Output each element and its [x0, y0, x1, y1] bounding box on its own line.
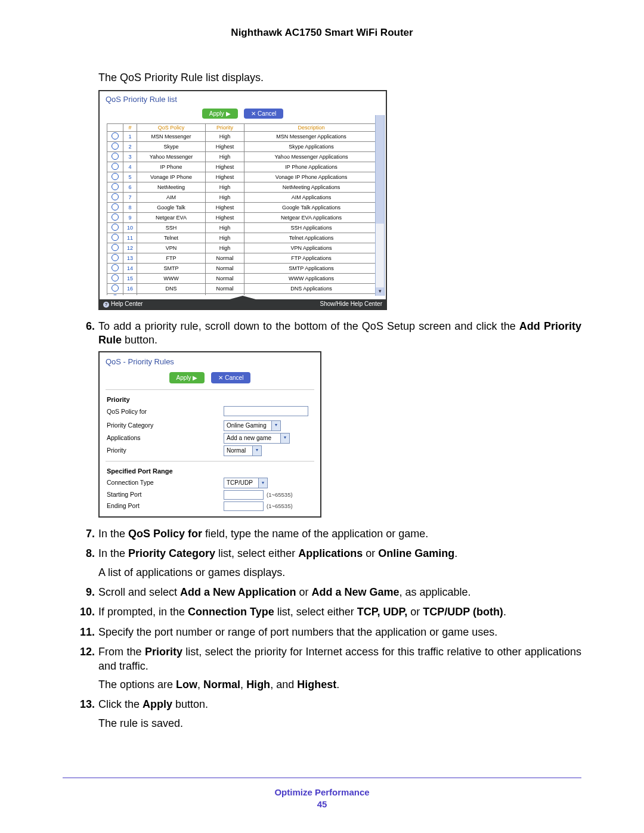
cell-num: 1	[123, 132, 137, 142]
connection-type-select[interactable]: TCP/UDP▾	[224, 478, 268, 488]
step-subtext: A list of applications or games displays…	[98, 566, 581, 580]
radio-icon[interactable]	[112, 132, 119, 140]
cell-num: 3	[123, 152, 137, 162]
radio-icon[interactable]	[112, 224, 119, 231]
cell-policy: SMTP	[137, 264, 206, 274]
qos-policy-input[interactable]	[224, 406, 308, 416]
col-policy: QoS Policy	[137, 124, 206, 132]
cell-priority: High	[206, 233, 244, 243]
cell-priority: High	[206, 243, 244, 253]
cell-desc: Netgear EVA Applications	[244, 213, 379, 223]
table-row: 14SMTPNormalSMTP Applications	[107, 264, 379, 274]
table-row: 5Vonage IP PhoneHighestVonage IP Phone A…	[107, 172, 379, 182]
page-footer: Optimize Performance 45	[63, 778, 581, 809]
cell-policy: MSN Messenger	[137, 132, 206, 142]
cell-priority: Normal	[206, 264, 244, 274]
apply-button[interactable]: Apply ▶	[202, 109, 238, 119]
qos-rule-table: # QoS Policy Priority Description 1MSN M…	[107, 123, 379, 295]
ending-port-input[interactable]	[224, 501, 264, 511]
cell-policy: WWW	[137, 274, 206, 284]
radio-icon[interactable]	[112, 163, 119, 170]
radio-icon[interactable]	[112, 183, 119, 190]
cell-priority: High	[206, 132, 244, 142]
cell-desc: ICMP Applications	[244, 294, 379, 296]
radio-icon[interactable]	[112, 193, 119, 200]
radio-icon[interactable]	[112, 213, 119, 221]
intro-text: The QoS Priority Rule list displays.	[98, 72, 581, 84]
step-text: In the Priority Category list, select ei…	[98, 547, 457, 559]
label-applications: Applications	[107, 434, 190, 442]
step-num: 12.	[73, 645, 95, 659]
radio-icon[interactable]	[112, 274, 119, 281]
cell-num: 17	[123, 294, 137, 296]
priority-select[interactable]: Normal▾	[224, 445, 262, 456]
radio-icon[interactable]	[112, 234, 119, 241]
step-num: 11.	[73, 625, 95, 639]
scroll-down-icon[interactable]: ▾	[376, 287, 384, 296]
step-num: 8.	[73, 547, 95, 561]
cancel-button[interactable]: ✕ Cancel	[211, 372, 250, 383]
cell-desc: VPN Applications	[244, 243, 379, 253]
help-left[interactable]: Help Center	[111, 301, 143, 307]
step-text: From the Priority list, select the prior…	[98, 646, 581, 671]
step-text: In the QoS Policy for field, type the na…	[98, 528, 428, 540]
section-port-range: Specified Port Range	[107, 467, 313, 475]
radio-icon[interactable]	[112, 143, 119, 150]
applications-select[interactable]: Add a new game▾	[224, 433, 290, 444]
cell-desc: Telnet Applications	[244, 233, 379, 243]
col-num: #	[123, 124, 137, 132]
radio-icon[interactable]	[112, 173, 119, 180]
col-priority: Priority	[206, 124, 244, 132]
cell-priority: Normal	[206, 253, 244, 264]
cell-policy: SSH	[137, 223, 206, 233]
table-row: 3Yahoo MessengerHighYahoo Messenger Appl…	[107, 152, 379, 162]
cancel-button[interactable]: ✕ Cancel	[244, 109, 283, 119]
cell-desc: Yahoo Messenger Applications	[244, 152, 379, 162]
cell-num: 13	[123, 253, 137, 264]
label-qos-policy-for: QoS Policy for	[107, 408, 190, 416]
starting-port-input[interactable]	[224, 490, 264, 500]
cell-policy: Google Talk	[137, 203, 206, 213]
cell-priority: High	[206, 152, 244, 162]
cell-policy: Yahoo Messenger	[137, 152, 206, 162]
cell-priority: High	[206, 223, 244, 233]
radio-icon[interactable]	[112, 254, 119, 261]
step-num: 13.	[73, 698, 95, 711]
cell-num: 15	[123, 274, 137, 284]
radio-icon[interactable]	[112, 295, 119, 295]
apply-button[interactable]: Apply ▶	[169, 372, 205, 383]
table-row: 15WWWNormalWWW Applications	[107, 274, 379, 284]
label-priority-category: Priority Category	[107, 422, 190, 430]
table-row: 8Google TalkHighestGoogle Talk Applicati…	[107, 203, 379, 213]
cell-desc: WWW Applications	[244, 274, 379, 284]
radio-icon[interactable]	[112, 284, 119, 292]
cell-desc: AIM Applications	[244, 193, 379, 203]
scrollbar-thumb[interactable]	[376, 116, 384, 224]
chevron-down-icon: ▾	[271, 421, 280, 431]
cell-num: 8	[123, 203, 137, 213]
cell-num: 6	[123, 182, 137, 193]
table-row: 1MSN MessengerHighMSN Messenger Applicat…	[107, 132, 379, 142]
scrollbar[interactable]: ▴ ▾	[375, 115, 385, 296]
cell-priority: Highest	[206, 142, 244, 152]
radio-icon[interactable]	[112, 264, 119, 271]
table-row: 16DNSNormalDNS Applications	[107, 284, 379, 294]
cell-policy: IP Phone	[137, 162, 206, 172]
step-text: Click the Apply button.	[98, 698, 208, 710]
cell-priority: Highest	[206, 203, 244, 213]
radio-icon[interactable]	[112, 203, 119, 210]
priority-category-select[interactable]: Online Gaming▾	[224, 420, 281, 431]
panel-title: QoS Priority Rule list	[100, 91, 386, 109]
page-title: Nighthawk AC1750 Smart WiFi Router	[63, 27, 581, 39]
table-row: 11TelnetHighTelnet Applications	[107, 233, 379, 243]
radio-icon[interactable]	[112, 153, 119, 160]
cell-priority: Highest	[206, 172, 244, 182]
help-right[interactable]: Show/Hide Help Center	[320, 299, 383, 309]
table-row: 6NetMeetingHighNetMeeting Applications	[107, 182, 379, 193]
cell-priority: Normal	[206, 274, 244, 284]
step-num: 9.	[73, 586, 95, 599]
chevron-down-icon: ▾	[258, 478, 267, 488]
label-starting-port: Starting Port	[107, 491, 190, 499]
cell-priority: Normal	[206, 294, 244, 296]
radio-icon[interactable]	[112, 244, 119, 251]
